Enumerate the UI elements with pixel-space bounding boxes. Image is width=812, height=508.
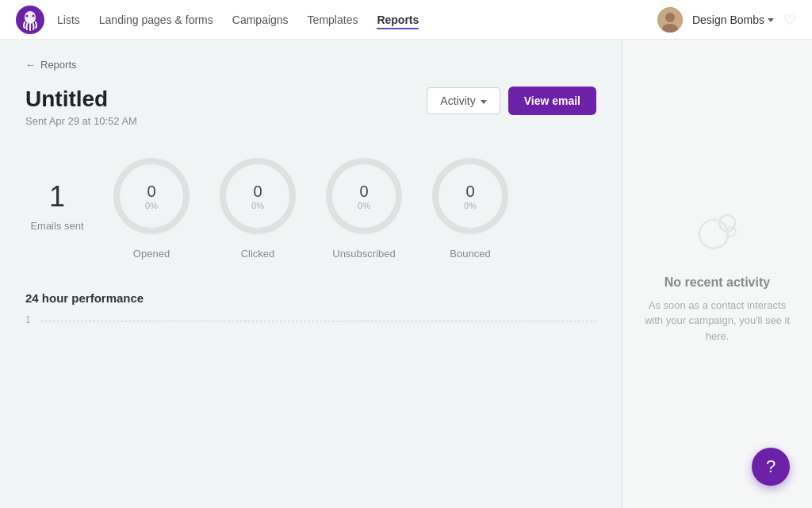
chevron-down-icon [481,100,487,104]
help-fab[interactable]: ? [752,448,790,486]
user-menu[interactable]: Design Bombs [692,13,774,26]
svg-point-3 [33,14,35,17]
back-label: Reports [40,59,77,71]
navbar: Lists Landing pages & forms Campaigns Te… [0,0,812,40]
view-email-button[interactable]: View email [508,87,596,115]
back-arrow-icon: ← [25,59,36,71]
opened-label: Opened [133,248,170,260]
nav-right: Design Bombs ♡ [657,7,796,33]
app-logo[interactable] [16,6,44,34]
unsubscribed-label: Unsubscribed [332,248,396,260]
page-title: Untitled [25,87,137,112]
page-subtitle: Sent Apr 29 at 10:52 AM [25,115,137,127]
no-activity-icon [690,204,745,263]
svg-point-2 [26,14,29,17]
circle-clicked: 0 0% [214,152,301,240]
clicked-pct: 0% [251,201,264,210]
activity-label: Activity [440,94,475,107]
nav-landing-pages[interactable]: Landing pages & forms [99,10,213,29]
activity-button[interactable]: Activity [427,87,500,114]
chart-y-label: 1 [25,314,31,325]
no-activity-subtitle: As soon as a contact interacts with your… [642,298,793,344]
bounced-value: 0 [464,183,477,201]
no-activity-title: No recent activity [665,275,770,290]
svg-point-15 [699,220,728,248]
emails-sent-label: Emails sent [30,220,83,232]
page-title-group: Untitled Sent Apr 29 at 10:52 AM [25,87,137,127]
stat-unsubscribed: 0 0% Unsubscribed [320,152,408,260]
activity-panel: No recent activity As soon as a contact … [622,40,812,508]
nav-links: Lists Landing pages & forms Campaigns Te… [57,10,657,29]
clicked-label: Clicked [241,248,275,260]
nav-reports[interactable]: Reports [377,10,419,29]
stat-clicked: 0 0% Clicked [214,152,301,260]
chart-dashed-line [41,321,596,321]
opened-pct: 0% [145,201,158,210]
unsubscribed-pct: 0% [358,201,370,210]
svg-point-1 [25,11,36,24]
bounced-label: Bounced [450,248,490,260]
chevron-down-icon [768,18,774,22]
svg-point-5 [665,13,675,22]
stat-bounced: 0 0% Bounced [427,152,514,260]
circle-opened: 0 0% [108,152,195,240]
avatar[interactable] [657,7,683,33]
page-header: Untitled Sent Apr 29 at 10:52 AM Activit… [25,87,596,127]
circle-unsubscribed: 0 0% [320,152,408,240]
nav-campaigns[interactable]: Campaigns [232,10,289,29]
main-content: ← Reports Untitled Sent Apr 29 at 10:52 … [0,40,622,508]
performance-section: 24 hour performance 1 [25,291,596,381]
performance-title: 24 hour performance [25,291,596,305]
unsubscribed-value: 0 [358,183,370,201]
user-name: Design Bombs [692,13,764,26]
chart-area: 1 [25,318,596,381]
emails-sent-value: 1 [49,180,65,214]
heart-icon[interactable]: ♡ [783,11,796,29]
bounced-pct: 0% [464,201,477,210]
nav-templates[interactable]: Templates [308,10,358,29]
stat-opened: 0 0% Opened [108,152,195,260]
clicked-value: 0 [251,183,264,201]
stat-emails-sent: 1 Emails sent [25,180,89,232]
main-layout: ← Reports Untitled Sent Apr 29 at 10:52 … [0,40,812,508]
header-actions: Activity View email [427,87,596,115]
circle-bounced: 0 0% [427,152,514,240]
back-link[interactable]: ← Reports [25,59,596,71]
nav-lists[interactable]: Lists [57,10,80,29]
help-icon: ? [766,456,776,477]
stats-row: 1 Emails sent 0 0% Opened [25,152,596,260]
opened-value: 0 [145,183,158,201]
